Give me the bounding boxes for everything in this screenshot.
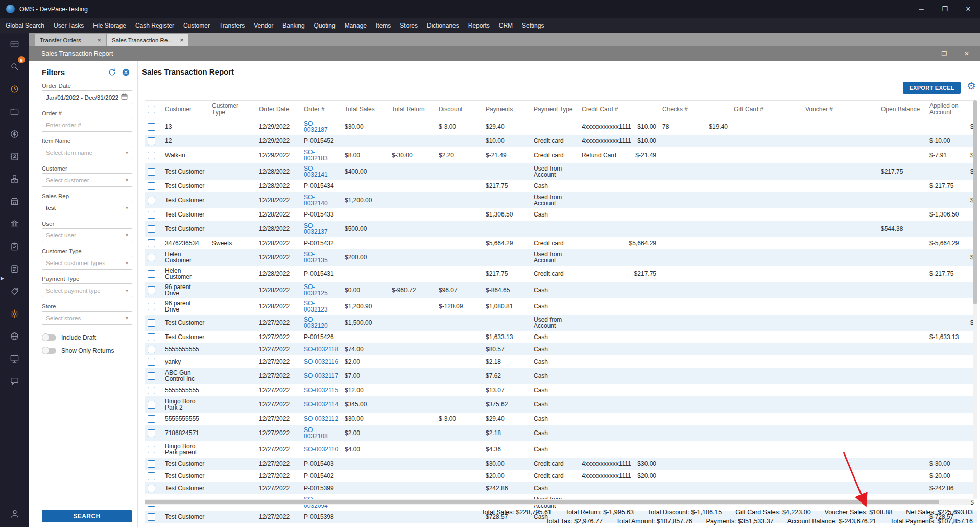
horizontal-scrollbar[interactable] xyxy=(145,499,971,505)
order-link[interactable]: SO-0032135 xyxy=(304,251,328,264)
row-checkbox[interactable] xyxy=(148,513,155,521)
vertical-scrollbar[interactable] xyxy=(973,100,977,499)
globe-icon[interactable] xyxy=(0,325,29,347)
filter-order-date-input[interactable]: Jan/01/2022 - Dec/31/2022 xyxy=(42,90,132,104)
filter-sales-rep-select[interactable]: test▾ xyxy=(42,201,132,214)
store-icon[interactable] xyxy=(0,190,29,212)
row-checkbox[interactable] xyxy=(148,319,155,327)
tab-sales-transaction-re[interactable]: Sales Transaction Re...× xyxy=(107,34,188,46)
column-header-payment_type[interactable]: Payment Type xyxy=(531,101,579,118)
column-header-order_date[interactable]: Order Date xyxy=(256,101,301,118)
filter-store-select[interactable]: Select stores▾ xyxy=(42,311,132,325)
filter-customer-select[interactable]: Select customer▾ xyxy=(42,173,132,187)
tab-transfer-orders[interactable]: Transfer Orders× xyxy=(35,34,106,46)
menu-item-manage[interactable]: Manage xyxy=(340,18,371,33)
menu-item-vendor[interactable]: Vendor xyxy=(249,18,278,33)
menu-item-settings[interactable]: Settings xyxy=(517,18,548,33)
row-checkbox[interactable] xyxy=(148,303,155,310)
inner-restore-button[interactable]: ❐ xyxy=(933,50,955,57)
row-checkbox[interactable] xyxy=(148,137,155,145)
column-header-customer[interactable]: Customer xyxy=(162,101,209,118)
tab-close-icon[interactable]: × xyxy=(180,37,184,43)
order-link[interactable]: SO-0032115 xyxy=(304,387,338,394)
toggle-show-only-returns[interactable] xyxy=(43,348,56,354)
column-header-credit_card[interactable]: Credit Card # xyxy=(579,101,659,118)
row-checkbox[interactable] xyxy=(148,182,155,190)
menu-item-cash-register[interactable]: Cash Register xyxy=(131,18,179,33)
row-checkbox[interactable] xyxy=(148,446,155,453)
bank-icon[interactable] xyxy=(0,212,29,235)
filter-user-select[interactable]: Select user▾ xyxy=(42,228,132,242)
column-header-total_return[interactable]: Total Return xyxy=(389,101,436,118)
column-header-gift_card[interactable]: Gift Card # xyxy=(731,101,802,118)
order-link[interactable]: SO-0032118 xyxy=(304,346,338,353)
order-link[interactable]: SO-0032140 xyxy=(304,194,328,207)
row-checkbox[interactable] xyxy=(148,225,155,233)
row-checkbox[interactable] xyxy=(148,401,155,409)
money-icon[interactable] xyxy=(0,123,29,145)
row-checkbox[interactable] xyxy=(148,346,155,353)
inner-minimize-button[interactable]: ─ xyxy=(911,50,933,57)
order-link[interactable]: SO-0032123 xyxy=(304,300,328,313)
search-button[interactable]: SEARCH xyxy=(42,510,132,522)
order-link[interactable]: SO-0032112 xyxy=(304,415,338,422)
filter-item-name-select[interactable]: Select item name▾ xyxy=(42,146,132,159)
row-checkbox[interactable] xyxy=(148,168,155,176)
tasks-icon[interactable] xyxy=(0,235,29,257)
panel-expander-arrow-icon[interactable]: ▶ xyxy=(1,276,4,281)
row-checkbox[interactable] xyxy=(148,333,155,341)
row-checkbox[interactable] xyxy=(148,472,155,480)
menu-item-stores[interactable]: Stores xyxy=(395,18,422,33)
maximize-button[interactable]: ❐ xyxy=(933,0,957,18)
order-link[interactable]: SO-0032187 xyxy=(304,120,328,133)
column-header-order_no[interactable]: Order # xyxy=(301,101,342,118)
row-checkbox[interactable] xyxy=(148,123,155,131)
column-header-voucher[interactable]: Voucher # xyxy=(802,101,878,118)
contacts-icon[interactable] xyxy=(0,145,29,167)
order-link[interactable]: SO-0032183 xyxy=(304,149,328,162)
menu-item-banking[interactable]: Banking xyxy=(278,18,309,33)
menu-item-user-tasks[interactable]: User Tasks xyxy=(49,18,88,33)
menu-item-quoting[interactable]: Quoting xyxy=(309,18,340,33)
row-checkbox[interactable] xyxy=(148,254,155,261)
dashboard-cards-icon[interactable] xyxy=(0,33,29,55)
row-checkbox[interactable] xyxy=(148,485,155,492)
row-checkbox[interactable] xyxy=(148,387,155,394)
row-checkbox[interactable] xyxy=(148,152,155,159)
menu-item-reports[interactable]: Reports xyxy=(464,18,494,33)
search-icon[interactable]: 9 xyxy=(0,55,29,78)
menu-item-dictionaries[interactable]: Dictionaries xyxy=(422,18,464,33)
order-link[interactable]: SO-0032137 xyxy=(304,222,328,235)
row-checkbox[interactable] xyxy=(148,211,155,219)
row-checkbox[interactable] xyxy=(148,197,155,204)
row-checkbox[interactable] xyxy=(148,460,155,468)
row-checkbox[interactable] xyxy=(148,372,155,380)
settings-gear-icon[interactable] xyxy=(0,302,29,325)
user-icon[interactable] xyxy=(0,502,29,525)
order-link[interactable]: SO-0032116 xyxy=(304,358,338,365)
inner-close-button[interactable]: ✕ xyxy=(955,50,978,57)
column-header-payments[interactable]: Payments xyxy=(483,101,531,118)
filter-order-input[interactable]: Enter order # xyxy=(42,118,132,132)
monitor-icon[interactable] xyxy=(0,347,29,370)
menu-item-file-storage[interactable]: File Storage xyxy=(88,18,131,33)
horizontal-scrollbar-thumb[interactable] xyxy=(145,500,939,504)
tag-icon[interactable] xyxy=(0,280,29,302)
order-link[interactable]: SO-0032108 xyxy=(304,426,328,440)
column-header-open_balance[interactable]: Open Balance xyxy=(878,101,926,118)
column-header-applied[interactable]: Applied on Account xyxy=(926,101,967,118)
menu-item-items[interactable]: Items xyxy=(371,18,395,33)
chat-icon[interactable] xyxy=(0,370,29,392)
order-link[interactable]: SO-0032141 xyxy=(304,165,328,178)
order-link[interactable]: SO-0032114 xyxy=(304,401,338,408)
column-header-checks[interactable]: Checks # xyxy=(659,101,731,118)
history-clock-icon[interactable] xyxy=(0,78,29,100)
clear-filters-icon[interactable] xyxy=(122,68,130,77)
row-checkbox[interactable] xyxy=(148,429,155,437)
vertical-scrollbar-thumb[interactable] xyxy=(973,100,977,304)
row-checkbox[interactable] xyxy=(148,270,155,278)
close-button[interactable]: ✕ xyxy=(957,0,980,18)
export-excel-button[interactable]: EXPORT EXCEL xyxy=(903,82,961,94)
order-link[interactable]: SO-0032110 xyxy=(304,446,338,453)
order-link[interactable]: SO-0032117 xyxy=(304,372,338,379)
